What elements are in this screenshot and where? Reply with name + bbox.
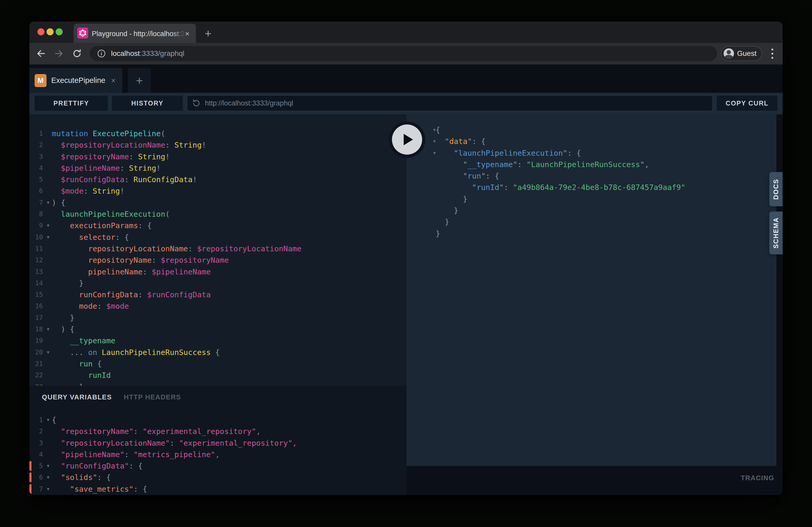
history-button[interactable]: HISTORY	[112, 96, 183, 111]
query-code-line[interactable]: 8 launchPipelineExecution(	[29, 208, 407, 220]
variables-code-line[interactable]: 3 "repositoryLocationName": "experimenta…	[29, 437, 407, 449]
browser-titlebar: Playground - http://localhost:3 × +	[29, 21, 783, 43]
query-code-line[interactable]: 17 }	[29, 312, 407, 323]
query-code-line[interactable]: 4 $pipelineName: String!	[29, 162, 407, 174]
code-token: run	[79, 359, 92, 368]
query-code-line[interactable]: 22 runId	[29, 370, 407, 381]
query-code-line[interactable]: 21 run {	[29, 358, 407, 370]
browser-tab[interactable]: Playground - http://localhost:3 ×	[74, 24, 196, 43]
close-window-button[interactable]	[38, 28, 44, 35]
query-editor[interactable]: 1mutation ExecutePipeline(2 $repositoryL…	[29, 114, 407, 386]
schema-side-tab[interactable]: SCHEMA	[769, 212, 783, 254]
refresh-icon[interactable]	[71, 47, 84, 60]
variables-panel[interactable]: QUERY VARIABLES HTTP HEADERS 1▾{2 "repos…	[29, 386, 407, 495]
code-token: (	[165, 210, 170, 219]
response-code-line[interactable]: ▾{	[407, 124, 777, 136]
response-code-line[interactable]: "runId": "a49b864a-79e2-4be8-b78c-687457…	[407, 182, 777, 193]
code-token	[436, 137, 445, 146]
tracing-toggle[interactable]: TRACING	[695, 474, 774, 482]
lint-marker	[29, 473, 31, 482]
execute-play-button[interactable]	[389, 121, 425, 158]
query-code-line[interactable]: 5 $runConfigData: RunConfigData!	[29, 174, 407, 185]
fold-arrow-icon[interactable]: ▾	[44, 460, 52, 472]
query-code-line[interactable]: 11 repositoryLocationName: $repositoryLo…	[29, 243, 407, 254]
reload-schema-icon[interactable]	[192, 99, 201, 108]
forward-icon[interactable]	[52, 47, 65, 60]
response-code-line[interactable]: }	[407, 228, 777, 239]
tab-close-icon[interactable]: ×	[182, 29, 192, 39]
query-code-line[interactable]: 18▾ ) {	[29, 323, 407, 335]
code-token: String	[129, 164, 156, 172]
variables-code-line[interactable]: 1▾{	[29, 414, 407, 426]
code-token	[436, 171, 463, 180]
copy-curl-button[interactable]: COPY CURL	[717, 96, 778, 111]
endpoint-field[interactable]: http://localhost:3333/graphql	[187, 95, 713, 111]
fold-arrow-icon[interactable]: ▾	[44, 231, 52, 243]
response-code-line[interactable]: ▾ "data": {	[407, 136, 777, 147]
code-text: "runConfigData": {	[52, 460, 143, 472]
browser-menu-icon[interactable]	[769, 47, 775, 60]
code-text: }	[52, 312, 74, 323]
variables-code-line[interactable]: 6▾ "solids": {	[29, 472, 407, 483]
code-token: }	[52, 279, 84, 288]
code-text: $repositoryName: String!	[52, 151, 170, 162]
prettify-button[interactable]: PRETTIFY	[34, 96, 108, 111]
variables-code-line[interactable]: 7▾ "save_metrics": {	[29, 483, 407, 495]
maximize-window-button[interactable]	[56, 28, 63, 35]
code-token: String	[92, 186, 120, 195]
line-number: 3	[29, 437, 44, 449]
response-code-line[interactable]: }	[407, 193, 777, 205]
tab-http-headers[interactable]: HTTP HEADERS	[124, 393, 181, 401]
variables-code-line[interactable]: 2 "repositoryName": "experimental_reposi…	[29, 426, 407, 437]
docs-side-tab[interactable]: DOCS	[769, 172, 783, 206]
response-code-line[interactable]: "__typename": "LaunchPipelineRunSuccess"…	[407, 159, 777, 170]
fold-arrow-icon[interactable]: ▾	[44, 347, 52, 358]
query-code-line[interactable]: 12 repositoryName: $repositoryName	[29, 254, 407, 266]
fold-arrow-icon[interactable]: ▾	[44, 323, 52, 335]
code-token: String	[174, 140, 202, 149]
query-code-line[interactable]: 3 $repositoryName: String!	[29, 151, 407, 162]
query-code-line[interactable]: 10▾ selector: {	[29, 231, 407, 243]
url-bar[interactable]: localhost:3333/graphql	[90, 46, 717, 61]
query-code-line[interactable]: 2 $repositoryLocationName: String!	[29, 139, 407, 151]
response-code-line[interactable]: "run": {	[407, 170, 777, 182]
profile-button[interactable]: Guest	[721, 46, 762, 61]
query-code-line[interactable]: 9▾ executionParams: {	[29, 220, 407, 231]
variables-code-line[interactable]: 5▾ "runConfigData": {	[29, 460, 407, 472]
query-code-line[interactable]: 13 pipelineName: $pipelineName	[29, 266, 407, 277]
query-code-line[interactable]: 19 __typename	[29, 335, 407, 346]
response-code-line[interactable]: }	[407, 205, 777, 216]
variables-code-line[interactable]: 4 "pipelineName": "metrics_pipeline",	[29, 449, 407, 460]
back-icon[interactable]	[34, 47, 48, 60]
query-code-line[interactable]: 14 }	[29, 277, 407, 289]
code-text: $mode: String!	[52, 185, 124, 197]
response-pane[interactable]: ▾{▾ "data": {▾ "launchPipelineExecution"…	[407, 114, 777, 466]
query-code-line[interactable]: 1mutation ExecutePipeline(	[29, 128, 407, 139]
line-number: 1	[29, 128, 44, 139]
tab-query-variables[interactable]: QUERY VARIABLES	[42, 393, 112, 401]
code-token: RunConfigData	[133, 175, 192, 184]
response-code-line[interactable]: ▾ "launchPipelineExecution": {	[407, 147, 777, 159]
minimize-window-button[interactable]	[46, 28, 54, 35]
playground-tab-executepipeline[interactable]: M ExecutePipeline ×	[29, 68, 122, 93]
query-code-line[interactable]: 7▾) {	[29, 197, 407, 208]
response-code-line[interactable]: }	[407, 216, 777, 228]
fold-arrow-icon[interactable]: ▾	[44, 197, 52, 208]
fold-arrow-icon[interactable]: ▾	[44, 220, 52, 231]
query-code-line[interactable]: 20▾ ... on LaunchPipelineRunSuccess {	[29, 347, 407, 358]
new-tab-button[interactable]: +	[202, 28, 214, 40]
fold-arrow-icon[interactable]: ▾	[44, 414, 52, 426]
playground-new-tab-button[interactable]: +	[128, 68, 151, 93]
site-info-icon[interactable]	[97, 49, 106, 58]
code-text: mode: $mode	[52, 300, 129, 312]
query-code-line[interactable]: 6 $mode: String!	[29, 185, 407, 197]
playground-tab-close-icon[interactable]: ×	[111, 76, 116, 85]
code-token: "	[445, 137, 449, 146]
query-code-line[interactable]: 23 }	[29, 381, 407, 386]
fold-arrow-icon[interactable]: ▾	[44, 483, 52, 495]
fold-arrow-icon[interactable]: ▾	[44, 472, 52, 483]
query-code-line[interactable]: 15 runConfigData: $runConfigData	[29, 289, 407, 300]
fold-gutter	[44, 335, 52, 346]
code-text: "data": {	[436, 136, 485, 147]
query-code-line[interactable]: 16 mode: $mode	[29, 300, 407, 312]
